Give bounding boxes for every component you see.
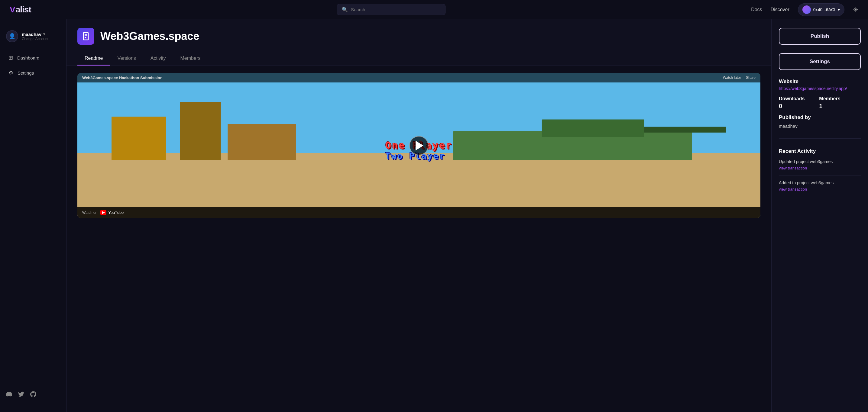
right-panel: Publish Settings Website https://web3gam…: [771, 19, 868, 412]
divider: [779, 138, 861, 139]
package-header: Web3Games.space Readme Versions Activity…: [66, 19, 771, 66]
published-by-section: Published by maadhav: [779, 115, 861, 129]
members-count: 1: [819, 103, 840, 109]
recent-activity-title: Recent Activity: [779, 148, 861, 154]
meta-stats: Downloads 0 Members 1: [779, 96, 861, 109]
view-transaction-link-0[interactable]: view transaction: [779, 166, 861, 170]
video-title: Web3Games.space Hackathon Submission: [82, 75, 163, 80]
published-by-name: maadhav: [779, 124, 861, 129]
wallet-button[interactable]: 0x40...6ACf ▾: [798, 3, 844, 16]
youtube-icon: ▶: [100, 210, 106, 215]
discover-link[interactable]: Discover: [771, 7, 789, 12]
members-stat: Members 1: [819, 96, 840, 109]
search-input[interactable]: [351, 7, 440, 12]
search-bar: 🔍: [337, 4, 445, 15]
share-label[interactable]: Share: [746, 75, 755, 80]
sidebar-item-label-dashboard: Dashboard: [17, 55, 39, 60]
website-link[interactable]: https://web3gamesspace.netlify.app/: [779, 86, 847, 91]
tab-members[interactable]: Members: [173, 52, 208, 66]
center-panel: Web3Games.space Readme Versions Activity…: [66, 19, 771, 412]
sidebar-user: 👤 maadhav ▾ Change Account: [0, 27, 66, 50]
chevron-down-icon: ▾: [838, 7, 840, 12]
user-info: maadhav ▾ Change Account: [22, 32, 49, 41]
video-actions: Watch later Share: [723, 75, 755, 80]
tab-versions[interactable]: Versions: [110, 52, 143, 66]
app-body: 👤 maadhav ▾ Change Account ⊞ Dashboard ⚙…: [0, 19, 868, 412]
watch-later-label[interactable]: Watch later: [723, 75, 741, 80]
change-account-link[interactable]: Change Account: [22, 37, 49, 41]
youtube-bar: Watch on ▶ YouTube: [78, 207, 761, 218]
publish-button[interactable]: Publish: [779, 28, 861, 45]
youtube-label: YouTube: [108, 210, 124, 215]
watch-on-label: Watch on: [82, 211, 97, 215]
settings-button[interactable]: Settings: [779, 53, 861, 70]
dashboard-icon: ⊞: [8, 54, 13, 61]
downloads-count: 0: [779, 103, 805, 109]
sidebar-footer: [0, 385, 66, 405]
members-label: Members: [819, 96, 840, 101]
wallet-address: 0x40...6ACf: [813, 7, 835, 12]
video-placeholder: One Player Two Player: [78, 73, 761, 218]
topnav: Valist 🔍 Docs Discover 0x40...6ACf ▾ ☀: [0, 0, 868, 19]
tab-readme[interactable]: Readme: [78, 52, 110, 66]
chevron-icon: ▾: [43, 32, 45, 36]
sidebar-item-settings[interactable]: ⚙ Settings: [2, 66, 64, 80]
view-transaction-link-1[interactable]: view transaction: [779, 187, 861, 191]
theme-toggle-button[interactable]: ☀: [853, 6, 858, 13]
github-icon[interactable]: [30, 391, 36, 399]
twitter-icon[interactable]: [18, 391, 24, 399]
discord-icon[interactable]: [6, 391, 12, 399]
activity-text-1: Added to project web3games: [779, 180, 861, 185]
docs-link[interactable]: Docs: [751, 7, 762, 12]
downloads-stat: Downloads 0: [779, 96, 805, 109]
sidebar: 👤 maadhav ▾ Change Account ⊞ Dashboard ⚙…: [0, 19, 66, 412]
nav-right: Docs Discover 0x40...6ACf ▾ ☀: [751, 3, 858, 16]
downloads-label: Downloads: [779, 96, 805, 101]
package-body: One Player Two Player Web3Games.space Ha…: [66, 66, 771, 225]
sidebar-item-label-settings: Settings: [18, 70, 34, 75]
youtube-logo[interactable]: ▶ YouTube: [100, 210, 124, 215]
activity-item-1: Added to project web3games view transact…: [779, 180, 861, 196]
settings-icon: ⚙: [8, 69, 13, 76]
website-label: Website: [779, 78, 861, 85]
package-title-row: Web3Games.space: [78, 28, 761, 45]
play-triangle-icon: [415, 141, 424, 151]
meta-section: Website https://web3gamesspace.netlify.a…: [779, 78, 861, 129]
wallet-avatar: [802, 5, 811, 14]
logo[interactable]: Valist: [10, 5, 31, 14]
published-by-label: Published by: [779, 115, 861, 121]
website-section: Website https://web3gamesspace.netlify.a…: [779, 78, 861, 91]
sidebar-item-dashboard[interactable]: ⊞ Dashboard: [2, 51, 64, 65]
tab-activity[interactable]: Activity: [143, 52, 173, 66]
video-topbar: Web3Games.space Hackathon Submission Wat…: [78, 73, 761, 83]
avatar: 👤: [6, 30, 18, 42]
user-name: maadhav ▾: [22, 32, 49, 37]
package-name: Web3Games.space: [100, 30, 199, 42]
yt-left: Watch on ▶ YouTube: [82, 210, 124, 215]
package-tabs: Readme Versions Activity Members: [78, 52, 761, 66]
play-button[interactable]: [409, 136, 429, 155]
activity-section: Recent Activity Updated project web3game…: [779, 148, 861, 196]
activity-text-0: Updated project web3games: [779, 159, 861, 164]
search-icon: 🔍: [342, 7, 348, 12]
main-content: Web3Games.space Readme Versions Activity…: [66, 19, 868, 412]
video-container[interactable]: One Player Two Player Web3Games.space Ha…: [78, 73, 761, 218]
activity-item-0: Updated project web3games view transacti…: [779, 159, 861, 176]
package-logo: [78, 28, 94, 45]
